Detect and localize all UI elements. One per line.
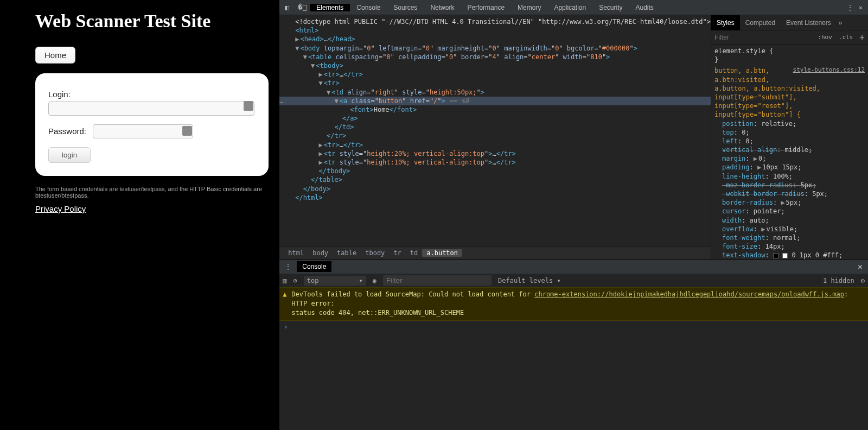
close-drawer-icon[interactable]: ✕ xyxy=(852,262,868,271)
css-property[interactable]: font-weight: normal; xyxy=(714,233,865,242)
styles-pane: StylesComputedEvent Listeners» :hov .cls… xyxy=(711,15,868,259)
css-property[interactable]: left: 0; xyxy=(714,137,865,146)
more-tabs-icon[interactable]: » xyxy=(839,19,843,27)
breadcrumb-item[interactable]: html xyxy=(284,249,308,257)
dom-node[interactable]: ▼<body topmargin="0" leftmargin="0" marg… xyxy=(279,44,711,53)
dom-node[interactable]: </table> xyxy=(279,175,711,184)
styles-tab-event-listeners[interactable]: Event Listeners xyxy=(781,15,837,30)
dom-node[interactable]: <html> xyxy=(279,26,711,35)
dom-tree[interactable]: <!doctype html PUBLIC "-//W3C//DTD HTML … xyxy=(279,15,711,246)
css-property[interactable]: position: relative; xyxy=(714,119,865,128)
breadcrumb-item[interactable]: tr xyxy=(389,249,405,257)
home-button[interactable]: Home xyxy=(35,47,75,64)
more-icon[interactable]: ⋮ xyxy=(847,4,853,11)
breadcrumb-item[interactable]: tbody xyxy=(361,249,389,257)
live-expression-icon[interactable]: ◉ xyxy=(373,277,376,284)
styles-tab-computed[interactable]: Computed xyxy=(740,15,781,30)
login-button[interactable]: login xyxy=(48,147,91,163)
dom-node[interactable]: </body> xyxy=(279,185,711,193)
css-property[interactable]: padding: ▶10px 15px; xyxy=(714,163,865,172)
close-devtools-icon[interactable]: ✕ xyxy=(859,4,863,11)
dom-node[interactable]: ▼<table cellspacing="0" cellpadding="0" … xyxy=(279,53,711,61)
dom-node[interactable]: <font>Home</font> xyxy=(279,105,711,114)
css-property[interactable]: cursor: pointer; xyxy=(714,207,865,216)
password-label: Password: xyxy=(48,127,86,136)
css-property[interactable]: line-height: 100%; xyxy=(714,172,865,181)
sourcemap-link[interactable]: chrome-extension://hdokiejnpimakedhajhdl… xyxy=(534,290,844,298)
devtools-tabs: ◧ �⃞ ElementsConsoleSourcesNetworkPerfor… xyxy=(279,0,868,15)
styles-tab-styles[interactable]: Styles xyxy=(711,15,740,30)
dom-node[interactable]: … ▼<a class="button" href="/"> == $0 xyxy=(279,97,711,105)
log-levels-select[interactable]: Default levels ▾ xyxy=(498,277,561,284)
warning-icon: ▲ xyxy=(283,290,286,299)
css-property[interactable]: border-radius: ▶5px; xyxy=(714,198,865,207)
console-settings-icon[interactable]: ⚙ xyxy=(861,277,865,284)
context-label: top xyxy=(307,277,319,284)
dom-node[interactable]: ▶<tr>…</tr> xyxy=(279,70,711,79)
dom-node[interactable]: ▼<td align="right" style="height:50px;"> xyxy=(279,88,711,97)
new-style-rule-icon[interactable]: + xyxy=(856,32,868,42)
styles-filter-input[interactable] xyxy=(711,34,814,41)
drawer-more-icon[interactable]: ⋮ xyxy=(279,263,297,270)
console-warning: ▲ DevTools failed to load SourceMap: Cou… xyxy=(279,288,868,321)
dom-node[interactable]: ▶<tr style="height:10%; vertical-align:t… xyxy=(279,158,711,167)
css-property[interactable]: margin: ▶0; xyxy=(714,154,865,163)
password-input[interactable] xyxy=(93,124,193,138)
console-tab[interactable]: Console xyxy=(297,261,331,272)
credentials-help-text: The form based credentials are testuser/… xyxy=(35,186,279,199)
dom-node[interactable]: ▶<head>…</head> xyxy=(279,35,711,43)
dom-node[interactable]: </tbody> xyxy=(279,167,711,175)
css-property[interactable]: vertical-align: middle; xyxy=(714,146,865,154)
login-input[interactable] xyxy=(48,102,254,116)
breadcrumb-item[interactable]: td xyxy=(406,249,422,257)
css-property[interactable]: width: auto; xyxy=(714,216,865,225)
login-card: Login: Password: login xyxy=(35,73,269,176)
cls-toggle[interactable]: .cls xyxy=(835,34,857,41)
clear-console-icon[interactable]: ⊘ xyxy=(293,277,297,284)
source-link[interactable]: style-buttons.css:12 xyxy=(793,66,865,74)
dom-node[interactable]: ▶<tr>…</tr> xyxy=(279,141,711,149)
console-prompt[interactable]: › xyxy=(279,321,868,333)
dom-node[interactable]: ▶<tr style="height:20%; vertical-align:t… xyxy=(279,149,711,158)
breadcrumb-item[interactable]: a.button xyxy=(422,249,462,257)
breadcrumb-item[interactable]: body xyxy=(308,249,333,257)
devtools-tab-network[interactable]: Network xyxy=(424,4,461,11)
site-title: Web Scanner Test Site xyxy=(35,11,279,31)
dom-node[interactable]: ▼<tbody> xyxy=(279,61,711,70)
devtools-tab-security[interactable]: Security xyxy=(592,4,629,11)
dom-node[interactable]: <!doctype html PUBLIC "-//W3C//DTD HTML … xyxy=(279,17,711,26)
device-mode-icon[interactable]: �⃞ xyxy=(295,3,310,11)
devtools-tab-performance[interactable]: Performance xyxy=(461,4,511,11)
chevron-down-icon: ▾ xyxy=(359,277,363,284)
css-property[interactable]: -webkit-border-radius: 5px; xyxy=(714,189,865,198)
css-property[interactable]: -moz-border-radius: 5px; xyxy=(714,181,865,189)
dom-node[interactable]: ▼<tr> xyxy=(279,79,711,87)
console-filter-input[interactable] xyxy=(383,275,492,286)
css-property[interactable]: overflow: ▶visible; xyxy=(714,225,865,233)
chevron-down-icon: ▾ xyxy=(557,277,560,284)
breadcrumb-bar: htmlbodytabletbodytrtda.button xyxy=(279,246,711,259)
dom-node[interactable]: </td> xyxy=(279,123,711,131)
devtools-panel: ◧ �⃞ ElementsConsoleSourcesNetworkPerfor… xyxy=(279,0,868,430)
devtools-tab-memory[interactable]: Memory xyxy=(511,4,547,11)
inspect-icon[interactable]: ◧ xyxy=(279,3,295,11)
css-property[interactable]: font-size: 14px; xyxy=(714,242,865,251)
hov-toggle[interactable]: :hov xyxy=(814,34,835,41)
breadcrumb-item[interactable]: table xyxy=(333,249,361,257)
devtools-tab-application[interactable]: Application xyxy=(547,4,592,11)
css-property[interactable]: text-shadow: 0 1px 0 #fff; xyxy=(714,251,865,259)
console-drawer: ⋮ Console ✕ ▥ ⊘ top ▾ ◉ Default levels ▾… xyxy=(279,259,868,430)
console-sidebar-toggle-icon[interactable]: ▥ xyxy=(283,277,286,284)
devtools-tab-elements[interactable]: Elements xyxy=(310,4,350,11)
dom-node[interactable]: </html> xyxy=(279,193,711,202)
devtools-tab-audits[interactable]: Audits xyxy=(629,4,660,11)
css-property[interactable]: top: 0; xyxy=(714,128,865,137)
devtools-tab-console[interactable]: Console xyxy=(350,4,387,11)
dom-node[interactable]: </tr> xyxy=(279,131,711,140)
console-context-select[interactable]: top ▾ xyxy=(304,276,366,286)
password-manager-icon[interactable] xyxy=(182,126,192,136)
password-manager-icon[interactable] xyxy=(244,101,253,111)
privacy-policy-link[interactable]: Privacy Policy xyxy=(35,204,86,213)
devtools-tab-sources[interactable]: Sources xyxy=(387,4,424,11)
dom-node[interactable]: </a> xyxy=(279,114,711,123)
